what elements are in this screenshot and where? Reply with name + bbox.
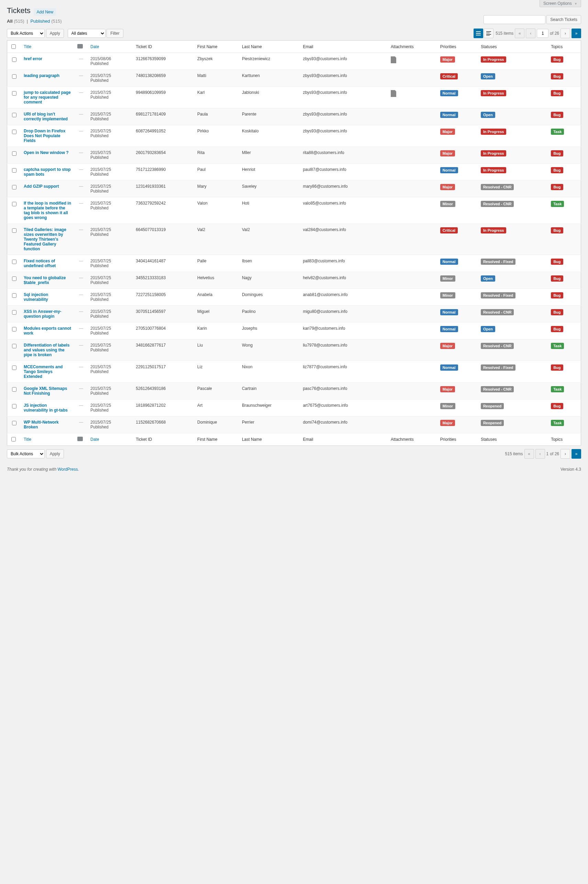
table-row: You need to globalize $table_prefix—2015… (7, 272, 581, 289)
ticket-title-link[interactable]: You need to globalize $table_prefix (24, 275, 66, 285)
row-checkbox[interactable] (12, 151, 16, 156)
wordpress-link[interactable]: WordPress (57, 467, 78, 472)
first-name: Miguel (195, 306, 239, 323)
apply-button[interactable]: Apply (46, 29, 64, 38)
last-name: Henriot (239, 164, 300, 180)
next-page-icon[interactable]: › (561, 449, 570, 459)
current-page-input[interactable] (537, 29, 549, 38)
status-badge: In Progress (481, 167, 507, 173)
filter-button[interactable]: Filter (106, 29, 123, 38)
dates-select[interactable]: All dates (68, 29, 105, 38)
ticket-title-link[interactable]: jump to calculated page for any requeste… (24, 90, 71, 105)
row-checkbox[interactable] (12, 57, 16, 62)
apply-button-bottom[interactable]: Apply (46, 450, 64, 459)
priority-badge: Normal (440, 90, 458, 96)
ticket-title-link[interactable]: If the loop is modified in a template be… (24, 201, 71, 220)
row-checkbox[interactable] (12, 365, 16, 370)
ticket-id: 9948906109959 (133, 87, 195, 108)
topic-badge: Bug (551, 150, 563, 156)
ticket-title-link[interactable]: Open in New window ? (24, 150, 69, 155)
priority-badge: Major (440, 184, 455, 190)
row-checkbox[interactable] (12, 91, 16, 96)
ticket-title-link[interactable]: XSS in Answer-my-question plugin (24, 309, 62, 319)
filter-published[interactable]: Published (30, 18, 50, 24)
row-checkbox[interactable] (12, 310, 16, 314)
ticket-title-link[interactable]: URI of blog isn't correctly implemented (24, 112, 68, 121)
priority-badge: Minor (440, 403, 455, 409)
row-checkbox[interactable] (12, 185, 16, 189)
view-excerpt-icon[interactable] (484, 29, 494, 38)
svg-rect-1 (476, 33, 481, 34)
table-row: Tiled Galleries: image sizes overwritten… (7, 224, 581, 255)
ticket-title-link[interactable]: Fixed notices of undefined offset (24, 259, 56, 268)
last-page-icon[interactable]: » (572, 449, 581, 459)
first-name: Liz (195, 361, 239, 383)
ticket-title-link[interactable]: Modules exports cannot work (24, 326, 71, 335)
comment-count: — (79, 403, 83, 408)
first-name: Pascale (195, 383, 239, 400)
attachment-cell (388, 87, 438, 108)
first-name: Matti (195, 70, 239, 87)
view-list-icon[interactable] (474, 29, 483, 38)
row-checkbox[interactable] (12, 260, 16, 264)
attachment-cell (388, 70, 438, 87)
email: anab81@customers.info (300, 289, 388, 306)
row-checkbox[interactable] (12, 129, 16, 134)
ticket-title-link[interactable]: Drop Down in Firefox Does Not Populate F… (24, 129, 65, 143)
email: paul87@customers.info (300, 164, 388, 180)
ticket-title-link[interactable]: MCEComments and Tango Smileys Extended (24, 364, 63, 379)
screen-options-toggle[interactable]: Screen Options ▼ (540, 0, 581, 7)
email: valo85@customers.info (300, 197, 388, 224)
ticket-id: 3404144161487 (133, 255, 195, 272)
topic-badge: Task (551, 129, 564, 135)
search-input[interactable] (483, 15, 545, 24)
ticket-title-link[interactable]: href error (24, 56, 42, 61)
ticket-title-link[interactable]: Tiled Galleries: image sizes overwritten… (24, 227, 66, 251)
ticket-title-link[interactable]: leading paragraph (24, 73, 60, 78)
search-button[interactable]: Search Tickets (546, 15, 581, 24)
select-all-checkbox[interactable] (11, 44, 16, 49)
col-first-name: First Name (195, 41, 239, 53)
current-page-label: 1 (546, 451, 549, 456)
col-title[interactable]: Title (21, 41, 75, 53)
select-all-checkbox-bottom[interactable] (11, 437, 16, 442)
row-checkbox[interactable] (12, 293, 16, 298)
status-badge: Resolved - Fixed (481, 364, 516, 371)
row-checkbox[interactable] (12, 387, 16, 392)
filter-all[interactable]: All (7, 18, 13, 24)
table-row: Drop Down in Firefox Does Not Populate F… (7, 125, 581, 147)
add-new-button[interactable]: Add New (34, 8, 56, 16)
col-date[interactable]: Date (88, 41, 133, 53)
row-checkbox[interactable] (12, 404, 16, 409)
row-checkbox[interactable] (12, 344, 16, 348)
last-page-icon[interactable]: » (572, 29, 581, 38)
ticket-title-link[interactable]: Sql injection vulnerability (24, 292, 48, 302)
row-checkbox[interactable] (12, 113, 16, 117)
comments-icon[interactable] (77, 437, 83, 441)
row-checkbox[interactable] (12, 277, 16, 281)
bulk-actions-select-bottom[interactable]: Bulk Actions (7, 450, 45, 459)
attachment-cell (388, 383, 438, 400)
row-checkbox[interactable] (12, 202, 16, 206)
ticket-title-link[interactable]: Add GZIP support (24, 184, 59, 189)
ticket-title-link[interactable]: WP Multi-Network Broken (24, 420, 59, 430)
row-checkbox[interactable] (12, 421, 16, 425)
row-checkbox[interactable] (12, 327, 16, 331)
table-row: captcha support to stop spam bots—2015/0… (7, 164, 581, 180)
bulk-actions-select[interactable]: Bulk Actions (7, 29, 45, 38)
ticket-title-link[interactable]: JS injection vulnerability in gt-tabs (24, 403, 68, 413)
comment-count: — (79, 309, 83, 314)
row-checkbox[interactable] (12, 168, 16, 173)
comments-icon[interactable] (77, 44, 83, 48)
first-name: Dominique (195, 416, 239, 433)
comment-count: — (79, 56, 83, 61)
ticket-title-link[interactable]: Google XML Sitemaps Not Finishing (24, 386, 67, 396)
comment-count: — (79, 386, 83, 391)
next-page-icon[interactable]: › (561, 29, 570, 38)
ticket-title-link[interactable]: captcha support to stop spam bots (24, 167, 71, 177)
row-checkbox[interactable] (12, 228, 16, 233)
row-checkbox[interactable] (12, 74, 16, 79)
ticket-title-link[interactable]: Differentiation of labels and values usi… (24, 343, 69, 357)
attachment-icon (391, 90, 396, 97)
ticket-date: 2015/07/25Published (88, 255, 133, 272)
